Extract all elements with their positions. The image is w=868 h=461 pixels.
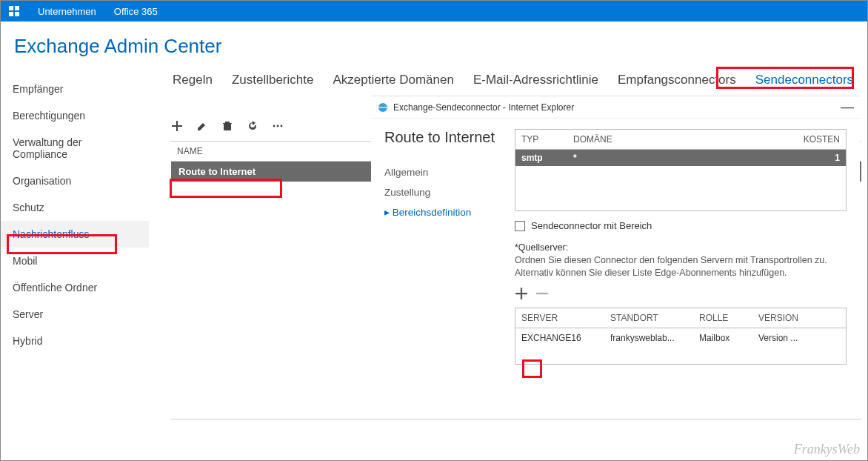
domain-table-empty <box>515 166 846 210</box>
sidebar-item-hybrid[interactable]: Hybrid <box>1 328 149 354</box>
domain-row-typ: smtp <box>515 150 567 166</box>
sidebar-item-server[interactable]: Server <box>1 301 149 328</box>
svg-point-4 <box>273 125 276 127</box>
server-col-version[interactable]: VERSION <box>752 308 846 328</box>
domain-row-domaene: * <box>567 150 794 166</box>
dialog-heading: Route to Internet <box>384 129 500 146</box>
tab-accepted-domains[interactable]: Akzeptierte Domänen <box>331 71 455 89</box>
office-logo-icon <box>8 5 20 17</box>
scope-checkbox[interactable] <box>515 221 525 231</box>
domain-row-kosten: 1 <box>794 150 846 166</box>
server-row-standort: frankysweblab... <box>604 328 693 348</box>
domain-row[interactable]: smtp * 1 <box>515 150 846 166</box>
topbar-tab-office365[interactable]: Office 365 <box>114 6 158 17</box>
more-icon[interactable] <box>272 120 284 132</box>
svg-point-5 <box>277 125 279 127</box>
dlg-nav-scope[interactable]: ▸ Bereichsdefinition <box>384 202 500 222</box>
delete-icon[interactable] <box>221 120 233 132</box>
dialog-minimize-icon[interactable]: — <box>841 99 854 115</box>
scope-checkbox-row[interactable]: Sendeconnector mit Bereich <box>515 220 847 231</box>
svg-rect-2 <box>9 12 13 16</box>
sidebar-item-protection[interactable]: Schutz <box>1 194 149 221</box>
server-col-rolle[interactable]: ROLLE <box>693 308 752 328</box>
watermark: FrankysWeb <box>794 442 860 457</box>
source-server-note: Ordnen Sie diesen Connector den folgende… <box>515 254 847 279</box>
server-col-server[interactable]: SERVER <box>515 308 604 328</box>
dlg-nav-scope-label: Bereichsdefinition <box>393 207 472 218</box>
add-icon[interactable] <box>171 120 183 132</box>
scope-checkbox-label: Sendeconnector mit Bereich <box>531 220 652 231</box>
sidebar-item-publicfolders[interactable]: Öffentliche Ordner <box>1 274 149 301</box>
sidebar: Empfänger Berechtigungen Verwaltung der … <box>1 71 149 419</box>
svg-rect-1 <box>15 6 19 10</box>
server-row-server: EXCHANGE16 <box>515 328 604 348</box>
tab-send-connectors[interactable]: Sendeconnectors <box>754 71 855 89</box>
tab-address-policy[interactable]: E-Mail-Adressrichtlinie <box>472 71 600 89</box>
remove-server-icon[interactable] <box>535 287 549 300</box>
server-table-empty <box>515 348 846 364</box>
server-row-version: Version ... <box>752 328 846 348</box>
topbar-tab-enterprise[interactable]: Unternehmen <box>38 6 96 17</box>
sidebar-item-organization[interactable]: Organisation <box>1 168 149 194</box>
ie-icon <box>377 102 389 113</box>
dlg-nav-delivery[interactable]: Zustellung <box>384 182 500 202</box>
tab-rules[interactable]: Regeln <box>171 71 214 89</box>
domain-col-domaene[interactable]: DOMÄNE <box>567 130 794 149</box>
domain-col-kosten[interactable]: KOSTEN <box>794 130 846 149</box>
sidebar-item-compliance[interactable]: Verwaltung der Compliance <box>1 129 149 168</box>
page-title: Exchange Admin Center <box>1 21 867 71</box>
dialog-nav: Allgemein Zustellung ▸ Bereichsdefinitio… <box>384 162 500 222</box>
domain-table: TYP DOMÄNE KOSTEN smtp * 1 <box>515 129 847 211</box>
edit-icon[interactable] <box>196 120 208 132</box>
tabs: Regeln Zustellberichte Akzeptierte Domän… <box>171 71 861 89</box>
source-server-label: *Quellserver: <box>515 242 847 254</box>
server-row-rolle: Mailbox <box>693 328 752 348</box>
add-server-icon[interactable] <box>515 287 528 300</box>
dlg-nav-general[interactable]: Allgemein <box>384 162 500 182</box>
sidebar-item-mailflow[interactable]: Nachrichtenfluss <box>1 221 149 248</box>
sidebar-item-mobile[interactable]: Mobil <box>1 248 149 274</box>
domain-col-typ[interactable]: TYP <box>515 130 567 149</box>
svg-rect-0 <box>9 6 13 10</box>
server-table: SERVER STANDORT ROLLE VERSION EXCHANGE16… <box>515 308 847 365</box>
list-bottom-separator <box>171 419 861 419</box>
svg-point-6 <box>281 125 283 127</box>
tab-delivery-reports[interactable]: Zustellberichte <box>230 71 316 89</box>
tab-receive-connectors[interactable]: Empfangsconnectors <box>616 71 738 89</box>
server-col-standort[interactable]: STANDORT <box>604 308 693 328</box>
svg-rect-3 <box>15 12 19 16</box>
dialog-title: Exchange-Sendeconnector - Internet Explo… <box>393 102 574 113</box>
connector-dialog: Exchange-Sendeconnector - Internet Explo… <box>371 96 860 375</box>
dialog-titlebar: Exchange-Sendeconnector - Internet Explo… <box>371 96 860 119</box>
sidebar-item-recipients[interactable]: Empfänger <box>1 76 149 102</box>
top-bar: Unternehmen Office 365 <box>1 1 867 21</box>
refresh-icon[interactable] <box>247 120 258 132</box>
server-row[interactable]: EXCHANGE16 frankysweblab... Mailbox Vers… <box>515 328 846 348</box>
sidebar-item-permissions[interactable]: Berechtigungen <box>1 102 149 129</box>
